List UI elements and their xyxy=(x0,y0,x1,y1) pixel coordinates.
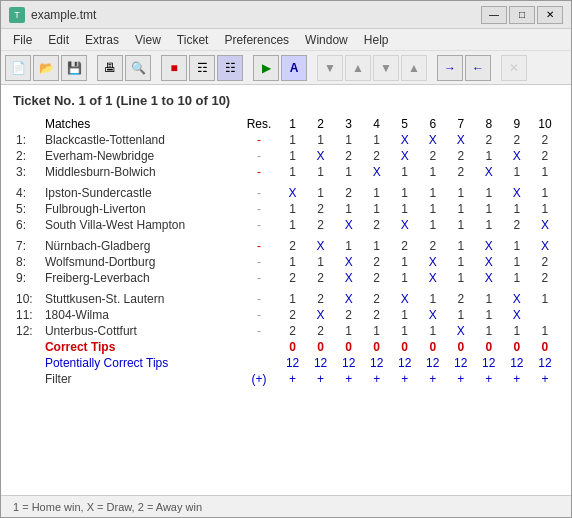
arrow-up[interactable]: ▲ xyxy=(345,55,371,81)
table-row: 1: Blackcastle-Tottenland - 1111XXX222 xyxy=(13,132,559,148)
table-row: 6: South Villa-West Hampton - 12X2X1112X xyxy=(13,217,559,233)
filter-label: Filter xyxy=(42,371,240,387)
table-row: 12: Unterbus-Cottfurt - 221111X111 xyxy=(13,323,559,339)
arrow-left-blue[interactable]: ← xyxy=(465,55,491,81)
correct-tip-value: 0 xyxy=(335,339,363,355)
tip-cell: X xyxy=(475,164,503,180)
tip-cell: X xyxy=(335,291,363,307)
arrow-down-left[interactable]: ▼ xyxy=(317,55,343,81)
filter-symbol: + xyxy=(391,371,419,387)
close-button[interactable]: ✕ xyxy=(537,6,563,24)
tip-cell: 1 xyxy=(419,291,447,307)
tip-cell: 1 xyxy=(391,164,419,180)
open-button[interactable]: 📂 xyxy=(33,55,59,81)
tip-cell: X xyxy=(447,323,475,339)
tip-cell: 2 xyxy=(475,132,503,148)
col-header-5: 5 xyxy=(391,116,419,132)
bold-button[interactable]: A xyxy=(281,55,307,81)
tip-cell: 2 xyxy=(503,132,531,148)
tip-cell: 1 xyxy=(307,164,335,180)
arrow-right-blue[interactable]: → xyxy=(437,55,463,81)
tip-cell: 2 xyxy=(335,148,363,164)
match-res: - xyxy=(239,164,278,180)
tip-cell: X xyxy=(279,185,307,201)
new-button[interactable]: 📄 xyxy=(5,55,31,81)
match-res: - xyxy=(239,201,278,217)
col-header-9: 9 xyxy=(503,116,531,132)
menu-file[interactable]: File xyxy=(5,31,40,49)
tip-cell: X xyxy=(391,217,419,233)
match-res: - xyxy=(239,307,278,323)
match-num: 3: xyxy=(13,164,42,180)
tip-cell: 2 xyxy=(307,217,335,233)
filter-symbol: + xyxy=(307,371,335,387)
tip-cell: 1 xyxy=(335,201,363,217)
tip-cell: 1 xyxy=(279,201,307,217)
tip-cell: X xyxy=(307,307,335,323)
potential-tip-value: 12 xyxy=(475,355,503,371)
menu-window[interactable]: Window xyxy=(297,31,356,49)
preview-button[interactable]: 🔍 xyxy=(125,55,151,81)
arrow-down[interactable]: ▼ xyxy=(373,55,399,81)
menu-ticket[interactable]: Ticket xyxy=(169,31,217,49)
menu-bar: File Edit Extras View Ticket Preferences… xyxy=(1,29,571,51)
match-name: Middlesburn-Bolwich xyxy=(42,164,240,180)
correct-tips-row: Correct Tips 0000000000 xyxy=(13,339,559,355)
menu-view[interactable]: View xyxy=(127,31,169,49)
tip-cell: X xyxy=(307,238,335,254)
potential-tip-value: 12 xyxy=(391,355,419,371)
potential-tip-value: 12 xyxy=(531,355,559,371)
table-row: 9: Freiberg-Leverbach - 22X21X1X12 xyxy=(13,270,559,286)
tip-cell: 2 xyxy=(363,291,391,307)
match-num: 1: xyxy=(13,132,42,148)
tip-cell: 1 xyxy=(447,270,475,286)
stop-button[interactable]: ■ xyxy=(161,55,187,81)
tip-cell: 1 xyxy=(419,217,447,233)
tip-cell: 1 xyxy=(391,307,419,323)
potential-tips-empty xyxy=(13,355,42,371)
tip-cell: 1 xyxy=(391,201,419,217)
tip-cell: 2 xyxy=(531,270,559,286)
col-header-matches: Matches xyxy=(42,116,240,132)
match-num: 7: xyxy=(13,238,42,254)
tip-cell: 1 xyxy=(391,185,419,201)
tip-cell: 2 xyxy=(307,323,335,339)
maximize-button[interactable]: □ xyxy=(509,6,535,24)
match-name: Ipston-Sundercastle xyxy=(42,185,240,201)
tip-cell: 2 xyxy=(531,132,559,148)
menu-help[interactable]: Help xyxy=(356,31,397,49)
menu-preferences[interactable]: Preferences xyxy=(216,31,297,49)
tip-cell: 2 xyxy=(335,307,363,323)
delete-button[interactable]: ✕ xyxy=(501,55,527,81)
col-header-empty xyxy=(13,116,42,132)
correct-tips-empty xyxy=(13,339,42,355)
tip-cell: 1 xyxy=(447,201,475,217)
arrow-up-right[interactable]: ▲ xyxy=(401,55,427,81)
layout2-button[interactable]: ☷ xyxy=(217,55,243,81)
layout-button[interactable]: ☶ xyxy=(189,55,215,81)
tip-cell: X xyxy=(419,307,447,323)
print-button[interactable]: 🖶 xyxy=(97,55,123,81)
tip-cell: 2 xyxy=(307,201,335,217)
match-name: Everham-Newbridge xyxy=(42,148,240,164)
match-name: Wolfsmund-Dortburg xyxy=(42,254,240,270)
tip-cell: X xyxy=(335,217,363,233)
tip-cell: 1 xyxy=(447,238,475,254)
col-header-6: 6 xyxy=(419,116,447,132)
menu-extras[interactable]: Extras xyxy=(77,31,127,49)
match-num: 4: xyxy=(13,185,42,201)
tip-cell: 2 xyxy=(419,148,447,164)
tip-cell: 1 xyxy=(503,323,531,339)
save-button[interactable]: 💾 xyxy=(61,55,87,81)
match-res: - xyxy=(239,185,278,201)
col-header-7: 7 xyxy=(447,116,475,132)
correct-tip-value: 0 xyxy=(503,339,531,355)
match-name: Stuttkusen-St. Lautern xyxy=(42,291,240,307)
matches-table: Matches Res. 1 2 3 4 5 6 7 8 9 10 1: Bla… xyxy=(13,116,559,387)
minimize-button[interactable]: — xyxy=(481,6,507,24)
col-header-4: 4 xyxy=(363,116,391,132)
tip-cell: 1 xyxy=(531,323,559,339)
tip-cell: 1 xyxy=(279,132,307,148)
play-button[interactable]: ▶ xyxy=(253,55,279,81)
menu-edit[interactable]: Edit xyxy=(40,31,77,49)
